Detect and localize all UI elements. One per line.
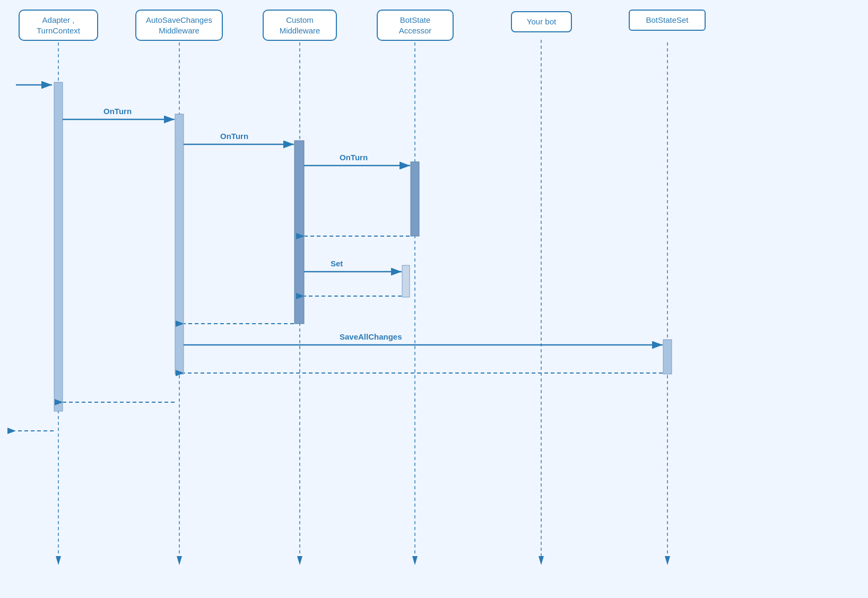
svg-rect-20 xyxy=(663,340,672,374)
svg-text:OnTurn: OnTurn xyxy=(103,107,132,116)
svg-rect-18 xyxy=(294,141,304,324)
svg-rect-16 xyxy=(54,82,63,411)
svg-marker-12 xyxy=(412,556,418,565)
svg-marker-9 xyxy=(56,556,61,565)
svg-text:Set: Set xyxy=(331,259,343,268)
svg-text:SaveAllChanges: SaveAllChanges xyxy=(340,332,402,341)
sequence-diagram-svg: OnTurn OnTurn OnTurn Set SaveAllChanges xyxy=(0,0,868,598)
svg-marker-14 xyxy=(665,556,670,565)
svg-marker-11 xyxy=(297,556,302,565)
svg-marker-10 xyxy=(177,556,182,565)
svg-rect-17 xyxy=(175,114,184,374)
svg-text:OnTurn: OnTurn xyxy=(340,153,368,162)
svg-rect-21 xyxy=(402,265,410,297)
svg-marker-13 xyxy=(539,556,544,565)
svg-text:OnTurn: OnTurn xyxy=(220,132,248,141)
diagram-container: Adapter , TurnContext AutoSaveChangesMid… xyxy=(0,0,868,598)
svg-rect-19 xyxy=(411,162,419,236)
